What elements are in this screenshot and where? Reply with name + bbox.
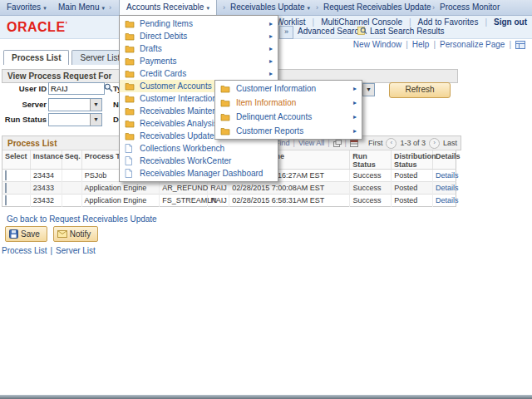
submenu-item-customer-reports[interactable]: Customer Reports▸ <box>215 124 362 138</box>
details-link[interactable]: Details <box>433 195 456 207</box>
search-go-button[interactable]: » <box>279 26 293 39</box>
column-header-instance[interactable]: Instance <box>31 150 62 169</box>
pager-last[interactable]: Last <box>443 139 457 147</box>
save-button[interactable]: Save <box>5 226 47 242</box>
folder-icon <box>125 95 136 103</box>
menu-item-drafts[interactable]: Drafts▸ <box>120 42 278 55</box>
menu-item-label: Receivables WorkCenter <box>140 156 231 165</box>
details-link[interactable]: Details <box>433 182 456 195</box>
server-select[interactable]: ▼ <box>48 98 102 111</box>
breadcrumb-accounts-receivable[interactable]: Accounts Receivable▾ <box>119 0 217 15</box>
column-header-seq[interactable]: Seq. <box>62 150 82 169</box>
server-list-link[interactable]: Server List <box>56 246 96 255</box>
popup-grid-icon[interactable] <box>333 140 342 147</box>
nav-sign-out[interactable]: Sign out <box>494 17 527 27</box>
menu-item-label: Customer Interactions <box>140 94 221 103</box>
new-window-link[interactable]: New Window <box>353 40 401 49</box>
user-id-input[interactable]: RAIJ <box>48 82 105 95</box>
submenu-item-customer-information[interactable]: Customer Information▸ <box>215 81 362 96</box>
link-separator: | <box>406 40 408 49</box>
help-link[interactable]: Help <box>412 40 430 49</box>
toolbar-separator: | <box>328 139 329 147</box>
table-row: 23432 Application Engine FS_STREAMLN RAI… <box>2 195 456 207</box>
grid-title: Process List <box>7 139 57 148</box>
menu-item-payments[interactable]: Payments▸ <box>120 55 278 67</box>
column-header-details[interactable]: Details <box>433 150 456 169</box>
instance-cell: 23434 <box>31 170 62 182</box>
submenu-arrow-icon: ▸ <box>269 32 273 40</box>
nav-separator: | <box>485 17 487 27</box>
customer-accounts-submenu: Customer Information▸ Item Information▸ … <box>214 80 362 140</box>
last-search-results-label: Last Search Results <box>370 27 445 36</box>
breadcrumb-main-menu[interactable]: Main Menu▾ <box>58 0 105 15</box>
pager-prev-icon[interactable]: ‹ <box>386 138 397 149</box>
row-checkbox[interactable] <box>5 183 7 193</box>
nav-separator: | <box>313 17 315 27</box>
process-list-link[interactable]: Process List <box>2 246 47 255</box>
view-all-link[interactable]: View All <box>298 139 324 147</box>
breadcrumb-favorites[interactable]: Favorites▾ <box>7 0 47 15</box>
menu-item-collections-workbench[interactable]: Collections Workbench <box>120 142 278 155</box>
folder-icon <box>125 20 136 28</box>
personalize-page-link[interactable]: Personalize Page <box>440 40 505 49</box>
menu-item-direct-debits[interactable]: Direct Debits▸ <box>120 30 278 42</box>
refresh-button[interactable]: Refresh <box>389 82 451 98</box>
page-tabs: Process List Server List <box>3 50 128 65</box>
folder-icon <box>220 127 232 135</box>
page-icon <box>125 169 136 178</box>
folder-icon <box>125 107 136 116</box>
grid-pager: First ‹ 1-3 of 3 › Last <box>368 138 457 149</box>
http-grid-icon[interactable] <box>515 41 525 49</box>
chevron-down-icon: ▾ <box>206 5 209 11</box>
menu-item-pending-items[interactable]: Pending Items▸ <box>120 17 278 30</box>
instance-cell: 23433 <box>31 182 62 195</box>
process-name-cell: AR_REFUND <box>160 182 208 195</box>
chevron-down-icon: ▾ <box>101 5 105 11</box>
menu-item-label: Customer Accounts <box>140 81 212 91</box>
seq-cell <box>62 182 82 195</box>
folder-icon <box>125 32 136 41</box>
menu-item-label: Credit Cards <box>140 69 186 78</box>
pager-next-icon[interactable]: › <box>429 138 440 149</box>
run-status-select[interactable]: ▼ <box>48 113 102 126</box>
menu-item-receivables-manager-dashboard[interactable]: Receivables Manager Dashboard <box>120 167 278 180</box>
notify-button[interactable]: Notify <box>53 226 99 242</box>
row-checkbox[interactable] <box>5 195 7 205</box>
folder-icon <box>125 82 136 91</box>
folder-icon <box>220 113 232 121</box>
instance-cell: 23432 <box>31 195 62 207</box>
breadcrumb-request-receivables-update[interactable]: Request Receivables Update <box>323 0 431 15</box>
user-cell: RAIJ <box>208 195 229 207</box>
submenu-item-delinquent-accounts[interactable]: Delinquent Accounts▸ <box>215 110 362 124</box>
run-status-label: Run Status <box>0 115 47 124</box>
notify-envelope-icon <box>57 230 67 238</box>
column-header-run-status[interactable]: Run Status <box>350 150 392 169</box>
download-icon[interactable] <box>350 140 358 147</box>
run-datetime-cell: 02/28/2015 7:00:08AM EST <box>229 182 350 195</box>
column-header-distribution-status[interactable]: Distribution Status <box>392 150 433 169</box>
breadcrumb-process-monitor[interactable]: Process Monitor <box>440 0 500 15</box>
distribution-status-cell: Posted <box>392 170 433 182</box>
link-separator: | <box>433 40 436 49</box>
user-cell: RAIJ <box>208 182 229 195</box>
row-checkbox[interactable] <box>5 170 7 180</box>
menu-item-credit-cards[interactable]: Credit Cards▸ <box>120 67 278 80</box>
breadcrumb-separator: › <box>432 0 435 15</box>
page-action-links: New Window| Help| Personalize Page| <box>353 40 525 49</box>
last-search-results-link[interactable]: Last Search Results <box>357 26 445 36</box>
chevron-down-icon: ▾ <box>43 5 47 11</box>
details-link[interactable]: Details <box>433 170 456 182</box>
submenu-item-item-information[interactable]: Item Information▸ <box>215 96 362 110</box>
process-name-cell: FS_STREAMLN <box>160 195 208 207</box>
column-header-select[interactable]: Select <box>2 150 31 169</box>
advanced-search-link[interactable]: Advanced Search <box>298 27 363 36</box>
menu-item-label: Payments <box>140 57 176 66</box>
pager-first[interactable]: First <box>368 139 383 147</box>
submenu-item-label: Item Information <box>236 98 296 107</box>
select-cell <box>2 195 31 207</box>
tab-process-list[interactable]: Process List <box>3 50 69 65</box>
breadcrumb-receivables-update[interactable]: Receivables Update▾ <box>230 0 310 15</box>
go-back-link[interactable]: Go back to Request Receivables Update <box>7 214 157 224</box>
menu-item-receivables-workcenter[interactable]: Receivables WorkCenter <box>120 155 278 167</box>
submenu-item-label: Customer Information <box>236 84 316 93</box>
